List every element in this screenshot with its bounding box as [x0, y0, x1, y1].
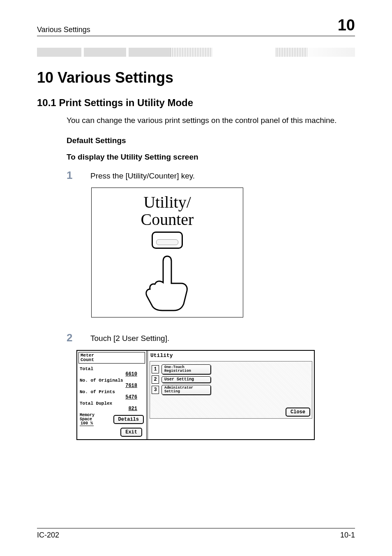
- meter-total-value: 6610: [80, 371, 144, 377]
- utility-menu-2-number: 2: [152, 375, 159, 384]
- subheading-default-settings: Default Settings: [67, 136, 355, 145]
- meter-prints-value: 5476: [80, 394, 144, 400]
- meter-count-title: Meter Count: [78, 352, 145, 364]
- section-title: 10.1 Print Settings in Utility Mode: [37, 97, 355, 109]
- exit-button[interactable]: Exit: [120, 428, 142, 437]
- pointing-hand-icon: [138, 254, 196, 311]
- memory-space-label: Memory Space: [80, 413, 95, 422]
- utility-menu-1-label: One-Touch Registration: [161, 364, 211, 374]
- memory-space-value: 100 %: [80, 422, 94, 426]
- step-1: 1 Press the [Utility/Counter] key.: [67, 169, 355, 182]
- meter-total-label: Total: [80, 366, 144, 371]
- utility-menu-pane: Utility 1 One-Touch Registration 2 User …: [148, 351, 314, 439]
- meter-originals-label: No. of Originals: [80, 378, 144, 383]
- utility-menu-item-2[interactable]: 2 User Setting: [152, 375, 310, 384]
- step-1-number: 1: [67, 169, 90, 182]
- chapter-title: 10 Various Settings: [37, 69, 355, 86]
- utility-menu-3-number: 3: [152, 386, 159, 394]
- step-1-text: Press the [Utility/Counter] key.: [90, 169, 195, 181]
- meter-originals-value: 7618: [80, 383, 144, 389]
- meter-prints-label: No. of Prints: [80, 389, 144, 394]
- running-header-chapter-number: 10: [338, 16, 355, 34]
- utility-menu-1-number: 1: [152, 365, 159, 373]
- footer-right: 10-1: [340, 531, 355, 540]
- utility-pane-title: Utility: [148, 351, 314, 360]
- section-intro-text: You can change the various print setting…: [67, 115, 355, 126]
- keycap-label-line2: Counter: [106, 211, 229, 228]
- running-header-left: Various Settings: [37, 25, 90, 34]
- meter-count-pane: Meter Count Total 6610 No. of Originals …: [77, 351, 148, 439]
- keycap-label-line1: Utility/: [106, 194, 229, 211]
- utility-menu-item-1[interactable]: 1 One-Touch Registration: [152, 364, 310, 374]
- close-button[interactable]: Close: [286, 408, 310, 417]
- footer-left: IC-202: [37, 531, 59, 540]
- subheading-display-utility: To display the Utility Setting screen: [67, 153, 355, 162]
- meter-duplex-label: Total Duplex: [80, 401, 144, 406]
- utility-menu-item-3[interactable]: 3 Administrator Setting: [152, 385, 310, 395]
- meter-duplex-value: 821: [80, 406, 144, 412]
- utility-counter-key-figure: Utility/ Counter: [91, 188, 243, 317]
- step-2-number: 2: [67, 331, 90, 344]
- utility-menu-2-label: User Setting: [161, 376, 211, 383]
- running-header: Various Settings 10: [37, 16, 355, 36]
- decorative-stripe: [37, 48, 355, 57]
- step-2-text: Touch [2 User Setting].: [90, 331, 169, 343]
- page-footer: IC-202 10-1: [37, 528, 355, 540]
- utility-menu-3-label: Administrator Setting: [161, 385, 211, 395]
- details-button[interactable]: Details: [113, 415, 144, 424]
- keycap-icon: [152, 232, 183, 249]
- utility-screen-figure: Meter Count Total 6610 No. of Originals …: [76, 350, 315, 440]
- step-2: 2 Touch [2 User Setting].: [67, 331, 355, 344]
